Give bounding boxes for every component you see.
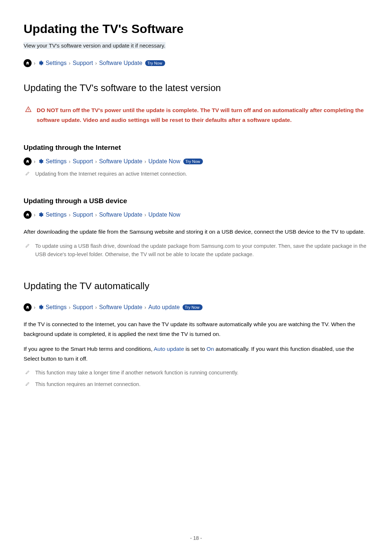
note-text: This function requires an Internet conne… xyxy=(35,380,140,389)
subsection-usb: Updating through a USB device xyxy=(24,197,368,205)
breadcrumb-software-update[interactable]: Software Update xyxy=(99,304,142,311)
breadcrumb-usb: › Settings › Support › Software Update ›… xyxy=(24,211,368,219)
gear-icon xyxy=(38,159,44,164)
try-now-badge[interactable]: Try Now xyxy=(145,60,165,66)
auto-body-1: If the TV is connected to the Internet, … xyxy=(24,319,368,339)
gear-icon xyxy=(38,304,44,310)
note-text: This function may take a longer time if … xyxy=(35,369,238,377)
home-icon xyxy=(24,59,32,67)
section-heading-auto: Updating the TV automatically xyxy=(24,280,368,292)
home-icon xyxy=(24,211,32,219)
chevron-icon: › xyxy=(34,304,36,310)
page-number: - 18 - xyxy=(0,535,392,541)
breadcrumb-software-update[interactable]: Software Update xyxy=(99,212,142,218)
page-subtitle: View your TV's software version and upda… xyxy=(24,42,166,49)
note-internet: Updating from the Internet requires an a… xyxy=(24,170,368,178)
breadcrumb-auto-update[interactable]: Auto update xyxy=(148,304,180,311)
breadcrumb-settings[interactable]: Settings xyxy=(46,212,67,218)
svg-point-1 xyxy=(28,111,29,111)
pencil-icon xyxy=(25,171,30,176)
inline-link-on: On xyxy=(207,346,214,352)
chevron-icon: › xyxy=(69,60,70,66)
note-auto-2: This function requires an Internet conne… xyxy=(24,380,368,389)
breadcrumb-settings[interactable]: Settings xyxy=(46,60,67,66)
subtitle-wrapper: View your TV's software version and upda… xyxy=(24,42,368,49)
chevron-icon: › xyxy=(69,212,70,218)
breadcrumb-update-now[interactable]: Update Now xyxy=(148,212,180,218)
note-auto-1: This function may take a longer time if … xyxy=(24,369,368,377)
breadcrumb-auto: › Settings › Support › Software Update ›… xyxy=(24,303,368,311)
breadcrumb-support[interactable]: Support xyxy=(73,304,93,311)
chevron-icon: › xyxy=(144,212,146,218)
text-segment: If you agree to the Smart Hub terms and … xyxy=(24,346,154,352)
breadcrumb-main: › Settings › Support › Software Update T… xyxy=(24,59,368,67)
pencil-icon xyxy=(25,370,30,375)
breadcrumb-update-now[interactable]: Update Now xyxy=(148,158,180,165)
home-icon xyxy=(24,303,32,311)
breadcrumb-software-update[interactable]: Software Update xyxy=(99,158,142,165)
chevron-icon: › xyxy=(95,304,97,310)
chevron-icon: › xyxy=(95,159,97,164)
gear-icon xyxy=(38,60,44,66)
chevron-icon: › xyxy=(95,60,97,66)
page-title: Updating the TV's Software xyxy=(24,22,368,36)
chevron-icon: › xyxy=(69,159,70,164)
note-usb: To update using a USB flash drive, downl… xyxy=(24,242,368,259)
chevron-icon: › xyxy=(34,60,36,66)
breadcrumb-support[interactable]: Support xyxy=(73,212,93,218)
warning-text: DO NOT turn off the TV's power until the… xyxy=(37,105,368,125)
pencil-icon xyxy=(25,381,30,386)
subsection-internet: Updating through the Internet xyxy=(24,144,368,152)
breadcrumb-settings[interactable]: Settings xyxy=(46,158,67,165)
breadcrumb-settings[interactable]: Settings xyxy=(46,304,67,311)
gear-icon xyxy=(38,212,44,218)
note-text: To update using a USB flash drive, downl… xyxy=(35,242,368,259)
chevron-icon: › xyxy=(69,304,70,310)
warning-block: DO NOT turn off the TV's power until the… xyxy=(24,105,368,125)
breadcrumb-internet: › Settings › Support › Software Update ›… xyxy=(24,157,368,165)
text-segment: is set to xyxy=(184,346,207,352)
note-text: Updating from the Internet requires an a… xyxy=(35,170,187,178)
try-now-badge[interactable]: Try Now xyxy=(183,159,203,164)
inline-link-auto-update: Auto update xyxy=(154,346,184,352)
home-icon xyxy=(24,157,32,165)
breadcrumb-software-update[interactable]: Software Update xyxy=(99,60,142,66)
warning-icon xyxy=(25,106,32,112)
breadcrumb-support[interactable]: Support xyxy=(73,60,93,66)
breadcrumb-support[interactable]: Support xyxy=(73,158,93,165)
chevron-icon: › xyxy=(34,159,36,164)
pencil-icon xyxy=(25,243,30,248)
auto-body-2: If you agree to the Smart Hub terms and … xyxy=(24,344,368,364)
section-heading-latest: Updating the TV's software to the latest… xyxy=(24,82,368,94)
chevron-icon: › xyxy=(144,304,146,310)
usb-body: After downloading the update file from t… xyxy=(24,227,368,237)
try-now-badge[interactable]: Try Now xyxy=(183,304,203,310)
chevron-icon: › xyxy=(144,159,146,164)
chevron-icon: › xyxy=(34,212,36,218)
chevron-icon: › xyxy=(95,212,97,218)
